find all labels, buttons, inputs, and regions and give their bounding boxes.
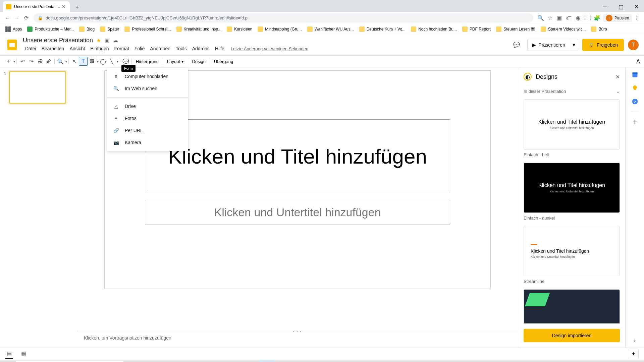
dropdown-drive[interactable]: △Drive [107,100,188,112]
spotify-icon[interactable]: ♫ [323,360,339,362]
forward-button[interactable]: → [12,13,21,23]
tasks-icon[interactable] [632,98,638,105]
layout-button[interactable]: Layout ▾ [164,59,186,64]
filmstrip-view-button[interactable]: ▤ [5,349,13,359]
menu-slide[interactable]: Folie [132,45,147,53]
profile-badge[interactable]: T Pausiert [603,14,632,22]
bookmark-item[interactable]: Produktsuche – Mer... [24,25,76,33]
theme-card-streamline[interactable]: Klicken und Titel hinzufügen Klicken und… [524,226,620,276]
app-icon[interactable]: ◉ [227,360,243,362]
bookmark-item[interactable]: Steuern Lesen !!!! [493,25,538,33]
keep-icon[interactable] [632,85,638,92]
present-button[interactable]: ▶ Präsentieren [528,42,570,48]
background-button[interactable]: Hintergrund [133,59,161,64]
shape-tool[interactable]: ◯ [99,57,107,66]
chrome-icon[interactable]: ◯ [259,360,275,362]
zoom-icon[interactable]: 🔍 [537,14,545,22]
reload-button[interactable]: ⟳ [21,13,31,23]
minimize-button[interactable]: ─ [598,1,613,12]
dropdown-web-search[interactable]: 🔍Im Web suchen [107,82,188,95]
redo-button[interactable]: ↷ [27,57,36,66]
bookmark-item[interactable]: Kreativität und Insp... [174,25,224,33]
menu-tools[interactable]: Tools [173,45,189,53]
new-slide-dropdown[interactable]: ▾ [13,60,15,63]
theme-card-focus[interactable]: Klicken und Titel hinzufügen [524,289,620,323]
menu-help[interactable]: Hilfe [213,45,227,53]
menu-view[interactable]: Ansicht [67,45,87,53]
star-icon[interactable]: ☆ [546,14,554,22]
menu-file[interactable]: Datei [23,45,39,53]
zoom-button[interactable]: 🔍 [56,57,65,66]
subtitle-placeholder[interactable]: Klicken und Untertitel hinzufügen [145,200,450,225]
present-dropdown[interactable]: ▾ [570,39,578,51]
extension-icon-2[interactable]: 🏷 [565,14,573,22]
document-title[interactable]: Unsere erste Präsentation [23,37,93,44]
line-tool[interactable]: ╲ [107,57,116,66]
bookmark-item[interactable]: Blog [76,25,97,33]
comments-button[interactable]: 💬 [510,38,523,52]
share-button[interactable]: 🔒 Freigeben [582,39,624,51]
paint-format-button[interactable]: 🖌 [44,57,53,66]
browser-tab[interactable]: Unsere erste Präsentation - Goo... ✕ [3,1,70,12]
last-edit-info[interactable]: Letzte Änderung vor wenigen Sekunden [231,46,308,51]
textbox-tool[interactable]: T [79,57,88,66]
app-icon-2[interactable]: ▢ [307,360,323,362]
edge-icon[interactable]: 🌐 [162,360,178,362]
title-placeholder[interactable]: Klicken und Titel hinzufügen [145,119,450,193]
bookmark-item[interactable]: Büro [588,25,609,33]
maximize-button[interactable]: ▢ [613,1,629,12]
select-tool[interactable]: ↖ [70,57,79,66]
excel-icon[interactable]: X [195,360,211,362]
bookmark-item[interactable]: PDF Report [460,25,493,33]
notepad-icon[interactable]: 📝 [291,360,307,362]
design-button[interactable]: Design [190,59,208,64]
url-input[interactable]: 🔒 docs.google.com/presentation/d/1je40CL… [34,13,533,23]
close-window-button[interactable]: ✕ [629,1,644,12]
collapse-toolbar-icon[interactable]: ᐱ [636,58,640,65]
notes-resize-handle[interactable]: • • • [293,330,302,334]
theme-card-dark[interactable]: Klicken und Titel hinzufügen Klicken und… [524,163,620,213]
word-icon[interactable]: W [178,360,195,362]
print-button[interactable]: 🖨 [36,57,44,66]
bookmark-item[interactable]: Steuern Videos wic... [538,25,589,33]
start-button[interactable] [0,360,16,362]
bookmark-item[interactable]: Kursideen [224,25,255,33]
image-tool[interactable]: 🖼 [88,57,96,66]
bookmark-item[interactable]: Noch hochladen Bu... [408,25,460,33]
transition-button[interactable]: Übergang [211,59,236,64]
comment-button[interactable]: 💬 [121,57,130,66]
dropdown-camera[interactable]: 📷Kamera [107,136,188,148]
bookmark-item[interactable]: Professionell Schrei... [122,25,173,33]
extension-icon-4[interactable]: ⋮⋮ [584,14,592,22]
task-view-icon[interactable]: ⊞ [130,360,146,362]
user-avatar[interactable]: T [628,40,639,50]
menu-addons[interactable]: Add-ons [190,45,212,53]
menu-edit[interactable]: Bearbeiten [39,45,67,53]
line-dropdown[interactable]: ▾ [117,60,118,63]
slide-thumbnail[interactable] [9,71,66,104]
new-tab-button[interactable]: + [72,3,82,12]
menu-format[interactable]: Format [112,45,131,53]
star-icon[interactable]: ★ [96,37,101,44]
menu-insert[interactable]: Einfügen [88,45,111,53]
obs-icon[interactable]: ⬤ [243,360,259,362]
import-design-button[interactable]: Design importieren [524,329,620,342]
edge-browser-icon[interactable]: e [275,360,291,362]
grid-view-button[interactable]: ▦ [20,349,28,359]
theme-card-light[interactable]: Klicken und Titel hinzufügen Klicken und… [524,99,620,149]
extension-icon-3[interactable]: ◉ [574,14,582,22]
explorer-icon[interactable]: 📁 [146,360,162,362]
bookmark-item[interactable]: Später [97,25,122,33]
slide-thumbnail-wrap[interactable]: 1 [4,71,73,104]
bookmark-item[interactable]: Deutsche Kurs + Vo... [357,25,408,33]
extension-icon-1[interactable]: ▣ [555,14,564,22]
back-button[interactable]: ← [3,13,12,23]
extensions-icon[interactable]: 🧩 [593,14,601,22]
apps-button[interactable]: Apps [3,25,24,33]
collapse-rail-icon[interactable]: › [634,338,636,344]
tab-close-icon[interactable]: ✕ [61,4,66,9]
undo-button[interactable]: ↶ [18,57,27,66]
add-addon-icon[interactable]: + [632,119,638,125]
new-slide-button[interactable]: + [4,57,13,66]
move-icon[interactable]: ▣ [104,37,109,44]
